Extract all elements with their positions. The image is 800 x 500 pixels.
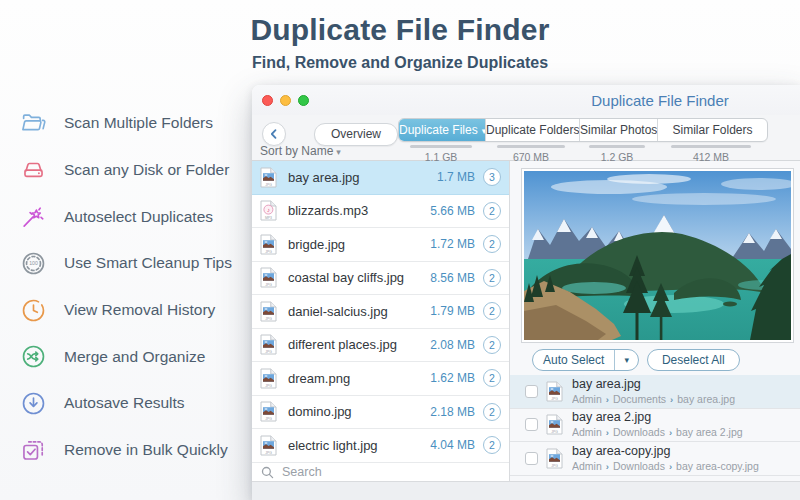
svg-text:JPG: JPG (265, 317, 272, 321)
svg-text:JPG: JPG (265, 183, 272, 187)
feature-label: Scan any Disk or Folder (64, 161, 229, 179)
feature-item-scan-any-disk-or-folder: Scan any Disk or Folder (18, 147, 232, 194)
svg-text:MP3: MP3 (265, 216, 272, 220)
size-bar (497, 145, 565, 148)
file-row-different-places-jpg[interactable]: JPG different places.jpg 2.08 MB 2 (252, 329, 509, 363)
tab-similar-photos[interactable]: Similar Photos (579, 119, 657, 141)
selection-actions: Auto Select ▾ Deselect All (532, 349, 740, 371)
file-row-dream-png[interactable]: JPG dream.png 1.62 MB 2 (252, 362, 509, 396)
file-row-brigde-jpg[interactable]: JPG brigde.jpg 1.72 MB 2 (252, 228, 509, 262)
file-size: 4.04 MB (430, 438, 475, 452)
duplicate-info: bay area.jpg Admin›Documents›bay area.jp… (572, 377, 735, 406)
magic-wand-icon (18, 202, 48, 232)
jpeg-file-icon: JPG (260, 234, 277, 255)
file-row-electric-light-jpg[interactable]: JPG electric light.jpg 4.04 MB 2 (252, 429, 509, 463)
file-rows: JPG bay area.jpg 1.7 MB 3 ♪ MP3 blizzard… (252, 161, 509, 463)
back-button[interactable] (262, 122, 286, 146)
svg-text:JPG: JPG (551, 464, 558, 468)
file-name: blizzards.mp3 (288, 203, 430, 218)
duplicate-info: bay area 2.jpg Admin›Downloads›bay area … (572, 410, 743, 439)
file-row-daniel-salcius-jpg[interactable]: JPG daniel-salcius.jpg 1.79 MB 2 (252, 295, 509, 329)
minimize-window-button[interactable] (280, 95, 291, 106)
mp3-file-icon: ♪ MP3 (260, 200, 277, 221)
file-name: domino.jpg (288, 404, 430, 419)
jpeg-file-icon: JPG (546, 448, 563, 469)
breadcrumb: Admin›Documents›bay area.jpg (572, 393, 735, 406)
jpeg-file-icon: JPG (260, 368, 277, 389)
tab-duplicate-files[interactable]: Duplicate Files▾ (399, 119, 485, 141)
scan-type-tabs: Duplicate Files▾Duplicate FoldersSimilar… (398, 118, 768, 142)
breadcrumb-separator: › (606, 394, 609, 405)
svg-text:JPG: JPG (265, 417, 272, 421)
size-bar (671, 145, 750, 148)
tab-similar-folders[interactable]: Similar Folders (657, 119, 767, 141)
zoom-window-button[interactable] (298, 95, 309, 106)
duplicate-row-bay-area-2-jpg[interactable]: JPG bay area 2.jpg Admin›Downloads›bay a… (510, 409, 800, 443)
sort-by-menu[interactable]: Sort by Name▾ (260, 144, 341, 158)
breadcrumb-separator: › (670, 394, 673, 405)
tab-label: Duplicate Folders (486, 123, 579, 137)
jpeg-file-icon: JPG (546, 381, 563, 402)
breadcrumb: Admin›Downloads›bay area 2.jpg (572, 426, 743, 439)
breadcrumb-segment: Documents (613, 393, 666, 405)
select-checkbox[interactable] (525, 452, 538, 465)
breadcrumb-separator: › (606, 461, 609, 472)
search-field[interactable]: Search (252, 463, 509, 483)
duplicate-copies-list: JPG bay area.jpg Admin›Documents›bay are… (510, 375, 800, 476)
feature-item-view-removal-history: View Removal History (18, 287, 232, 334)
feature-label: Remove in Bulk Quickly (64, 441, 228, 459)
duplicate-count-badge: 3 (483, 168, 501, 186)
overview-button[interactable]: Overview (314, 123, 398, 146)
file-name: dream.png (288, 371, 430, 386)
file-size: 2.08 MB (430, 338, 475, 352)
breadcrumb-segment: Downloads (613, 426, 665, 438)
breadcrumb-segment: bay area.jpg (677, 393, 735, 405)
feature-label: View Removal History (64, 301, 215, 319)
file-name: bay area.jpg (288, 170, 437, 185)
duplicate-info: bay area-copy.jpg Admin›Downloads›bay ar… (572, 444, 759, 473)
svg-text:♪: ♪ (267, 207, 270, 213)
deselect-all-button[interactable]: Deselect All (647, 349, 740, 371)
duplicate-count-badge: 2 (483, 336, 501, 354)
svg-text:JPG: JPG (265, 250, 272, 254)
file-size: 1.62 MB (430, 371, 475, 385)
duplicate-groups-list: JPG bay area.jpg 1.7 MB 3 ♪ MP3 blizzard… (252, 161, 510, 482)
file-row-bay-area-jpg[interactable]: JPG bay area.jpg 1.7 MB 3 (252, 161, 509, 195)
file-row-domino-jpg[interactable]: JPG domino.jpg 2.18 MB 2 (252, 396, 509, 430)
duplicate-row-bay-area-copy-jpg[interactable]: JPG bay area-copy.jpg Admin›Downloads›ba… (510, 442, 800, 476)
feature-label: Use Smart Cleanup Tips (64, 254, 232, 272)
file-row-blizzards-mp3[interactable]: ♪ MP3 blizzards.mp3 5.66 MB 2 (252, 195, 509, 229)
svg-text:JPG: JPG (265, 384, 272, 388)
file-row-coastal-bay-cliffs-jpg[interactable]: JPG coastal bay cliffs.jpg 8.56 MB 2 (252, 262, 509, 296)
breadcrumb-segment: Admin (572, 393, 602, 405)
detail-panel: Auto Select ▾ Deselect All JPG bay area.… (510, 161, 800, 482)
chevron-down-icon[interactable]: ▾ (615, 355, 638, 365)
close-window-button[interactable] (262, 95, 273, 106)
window-title: Duplicate File Finder (591, 92, 729, 109)
lake-photo-illustration (524, 171, 791, 340)
search-icon (261, 466, 274, 479)
auto-select-button[interactable]: Auto Select ▾ (532, 349, 639, 371)
jpeg-file-icon: JPG (546, 414, 563, 435)
jpeg-file-icon: JPG (260, 301, 277, 322)
tab-label: Similar Photos (580, 123, 657, 137)
svg-text:JPG: JPG (265, 350, 272, 354)
select-checkbox[interactable] (525, 385, 538, 398)
sort-by-label: Sort by Name (260, 144, 333, 158)
file-name: daniel-salcius.jpg (288, 304, 430, 319)
duplicate-row-bay-area-jpg[interactable]: JPG bay area.jpg Admin›Documents›bay are… (510, 375, 800, 409)
file-name: electric light.jpg (288, 438, 430, 453)
disk-icon (18, 155, 48, 185)
breadcrumb: Admin›Downloads›bay area-copy.jpg (572, 460, 759, 473)
traffic-lights (262, 95, 309, 106)
jpeg-file-icon: JPG (260, 167, 277, 188)
window-content: JPG bay area.jpg 1.7 MB 3 ♪ MP3 blizzard… (252, 161, 800, 482)
toolbar: Overview Duplicate Files▾Duplicate Folde… (252, 115, 800, 161)
duplicate-count-badge: 2 (483, 436, 501, 454)
duplicate-count-badge: 2 (483, 269, 501, 287)
tab-duplicate-folders[interactable]: Duplicate Folders (485, 119, 579, 141)
select-checkbox[interactable] (525, 418, 538, 431)
chevron-down-icon: ▾ (336, 147, 341, 157)
svg-text:JPG: JPG (551, 397, 558, 401)
file-size: 1.72 MB (430, 237, 475, 251)
